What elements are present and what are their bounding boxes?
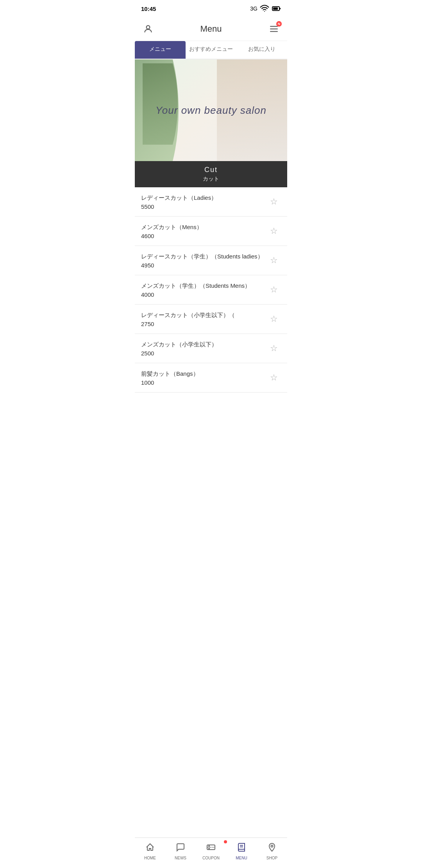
nav-shop-label: SHOP — [266, 856, 277, 860]
nav-coupon[interactable]: COUPON — [196, 841, 226, 862]
favorite-button-0[interactable]: ☆ — [267, 195, 281, 209]
menu-item-name: レディースカット（小学生以下）（ — [141, 311, 267, 319]
favorite-button-6[interactable]: ☆ — [267, 371, 281, 385]
tab-bar: メニュー おすすめメニュー お気に入り — [135, 41, 287, 59]
star-icon: ☆ — [270, 255, 278, 265]
star-icon: ☆ — [270, 285, 278, 295]
menu-item-mens-elementary[interactable]: メンズカット（小学生以下） 2500 ☆ — [135, 334, 287, 363]
favorite-button-3[interactable]: ☆ — [267, 283, 281, 297]
menu-item-ladies-cut[interactable]: レディースカット（Ladies） 5500 ☆ — [135, 187, 287, 217]
favorite-button-2[interactable]: ☆ — [267, 253, 281, 267]
menu-item-ladies-elementary[interactable]: レディースカット（小学生以下）（ 2750 ☆ — [135, 305, 287, 334]
notification-count: N — [276, 21, 282, 27]
svg-point-12 — [271, 845, 273, 847]
star-icon: ☆ — [270, 197, 278, 207]
category-title: Cut — [139, 166, 283, 174]
nav-home-label: HOME — [144, 856, 156, 860]
menu-item-price: 4950 — [141, 262, 267, 269]
status-bar: 10:45 3G — [135, 0, 287, 17]
nav-news[interactable]: NEWS — [165, 841, 196, 862]
bottom-nav: HOME NEWS COUPON — [135, 838, 287, 868]
nav-shop[interactable]: SHOP — [257, 841, 287, 862]
wifi-icon — [260, 4, 269, 13]
menu-item-name: 前髪カット（Bangs） — [141, 369, 267, 378]
menu-item-price: 4600 — [141, 233, 267, 239]
star-icon: ☆ — [270, 314, 278, 324]
nav-home[interactable]: HOME — [135, 841, 165, 862]
nav-coupon-label: COUPON — [202, 856, 220, 860]
menu-item-price: 4000 — [141, 291, 267, 298]
header: Menu N — [135, 17, 287, 41]
coupon-dot — [224, 840, 227, 843]
menu-list: レディースカット（Ladies） 5500 ☆ メンズカット（Mens） 460… — [135, 187, 287, 393]
tab-favorites[interactable]: お気に入り — [236, 41, 287, 59]
menu-notification-button[interactable]: N — [267, 22, 281, 36]
menu-item-price: 2750 — [141, 321, 267, 327]
menu-item-mens-cut[interactable]: メンズカット（Mens） 4600 ☆ — [135, 217, 287, 246]
menu-item-price: 5500 — [141, 203, 267, 210]
menu-item-price: 1000 — [141, 379, 267, 386]
tab-recommended[interactable]: おすすめメニュー — [186, 41, 236, 59]
menu-item-bangs[interactable]: 前髪カット（Bangs） 1000 ☆ — [135, 363, 287, 393]
svg-rect-1 — [273, 7, 278, 10]
favorite-button-1[interactable]: ☆ — [267, 224, 281, 238]
page-title: Menu — [155, 24, 267, 34]
content-area: Your own beauty salon Cut カット レディースカット（L… — [135, 59, 287, 424]
category-header: Cut カット — [135, 161, 287, 187]
menu-item-name: レディースカット（学生）（Students ladies） — [141, 252, 267, 260]
favorite-button-5[interactable]: ☆ — [267, 341, 281, 355]
star-icon: ☆ — [270, 226, 278, 236]
nav-menu[interactable]: MENU — [226, 841, 257, 862]
svg-point-9 — [209, 848, 209, 849]
menu-item-name: メンズカット（Mens） — [141, 223, 267, 231]
menu-item-name: メンズカット（小学生以下） — [141, 340, 267, 348]
hero-text: Your own beauty salon — [156, 104, 266, 117]
battery-icon — [272, 4, 281, 13]
status-time: 10:45 — [141, 5, 156, 12]
menu-item-price: 2500 — [141, 350, 267, 357]
status-icons: 3G — [250, 4, 281, 13]
menu-item-mens-student[interactable]: メンズカット（学生）（Students Mens） 4000 ☆ — [135, 275, 287, 305]
nav-menu-label: MENU — [236, 856, 247, 860]
home-icon — [145, 843, 155, 854]
news-icon — [176, 843, 185, 854]
tab-menu[interactable]: メニュー — [135, 41, 186, 59]
profile-icon[interactable] — [141, 22, 155, 36]
menu-item-name: レディースカット（Ladies） — [141, 194, 267, 202]
menu-item-name: メンズカット（学生）（Students Mens） — [141, 282, 267, 290]
star-icon: ☆ — [270, 373, 278, 383]
menu-item-ladies-student[interactable]: レディースカット（学生）（Students ladies） 4950 ☆ — [135, 246, 287, 275]
category-subtitle: カット — [139, 176, 283, 183]
menu-nav-icon — [237, 843, 246, 854]
favorite-button-4[interactable]: ☆ — [267, 312, 281, 326]
svg-point-2 — [147, 25, 150, 29]
signal-icon: 3G — [250, 5, 257, 12]
star-icon: ☆ — [270, 343, 278, 353]
hero-image: Your own beauty salon — [135, 59, 287, 161]
nav-news-label: NEWS — [175, 856, 186, 860]
shop-icon — [267, 843, 277, 854]
svg-point-8 — [209, 846, 209, 846]
coupon-icon — [206, 843, 216, 854]
